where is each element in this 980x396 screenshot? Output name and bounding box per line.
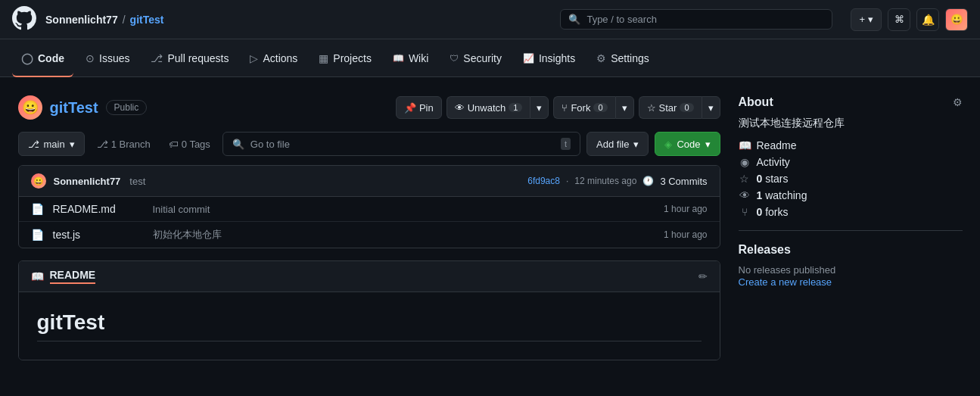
- unwatch-count: 1: [509, 103, 522, 112]
- branch-selector[interactable]: ⎇ main ▾: [18, 132, 85, 156]
- go-to-file[interactable]: 🔍 Go to file t: [222, 132, 580, 156]
- stars-stat-icon: ☆: [739, 173, 751, 185]
- wiki-nav-label: Wiki: [409, 52, 428, 64]
- tags-count-text: 0 Tags: [182, 139, 210, 150]
- unwatch-button[interactable]: 👁 Unwatch 1: [446, 96, 530, 119]
- commit-time: 12 minutes ago: [574, 176, 636, 186]
- pin-button[interactable]: 📌 Pin: [396, 96, 442, 119]
- file-time-readme: 1 hour ago: [664, 204, 707, 214]
- actions-nav-label: Actions: [263, 52, 297, 64]
- activity-stat-icon: ◉: [739, 156, 751, 168]
- code-nav-icon: ◯: [21, 52, 33, 64]
- unwatch-dropdown[interactable]: ▾: [530, 96, 549, 119]
- nav-actions[interactable]: ▷ Actions: [241, 40, 306, 77]
- file-icon-readme: 📄: [31, 203, 44, 215]
- releases-title: Releases: [739, 243, 963, 257]
- pr-nav-label: Pull requests: [167, 52, 229, 64]
- commit-author[interactable]: Sonnenlicht77: [54, 176, 121, 187]
- pr-nav-icon: ⎇: [151, 52, 163, 64]
- github-logo[interactable]: [12, 6, 36, 33]
- branch-dropdown-icon: ▾: [70, 139, 75, 150]
- history-icon: 🕐: [642, 176, 654, 186]
- nav-code[interactable]: ◯ Code: [12, 40, 73, 77]
- code-button[interactable]: ◈ Code ▾: [655, 132, 720, 156]
- fork-group: ⑂ Fork 0 ▾: [553, 96, 633, 119]
- user-avatar: 😀: [950, 14, 963, 25]
- commit-message: test: [129, 176, 145, 187]
- commits-link[interactable]: 3 Commits: [660, 176, 707, 187]
- stars-stat[interactable]: ☆ 0 stars: [739, 173, 963, 185]
- projects-nav-label: Projects: [333, 52, 372, 64]
- forks-stat[interactable]: ⑂ 0 forks: [739, 206, 963, 218]
- nav-security[interactable]: 🛡 Security: [440, 40, 511, 77]
- readme-title: README: [50, 269, 96, 284]
- nav-issues[interactable]: ⊙ Issues: [76, 40, 138, 77]
- readme-stat[interactable]: 📖 Readme: [739, 139, 963, 151]
- readme-edit-button[interactable]: ✏: [698, 270, 708, 282]
- nav-settings[interactable]: ⚙ Settings: [587, 40, 658, 77]
- fork-button[interactable]: ⑂ Fork 0: [553, 96, 614, 119]
- insights-nav-icon: 📈: [523, 53, 534, 64]
- nav-insights[interactable]: 📈 Insights: [514, 40, 584, 77]
- terminal-button[interactable]: ⌘: [888, 8, 910, 31]
- file-name-testjs[interactable]: test.js: [53, 229, 144, 241]
- nav-projects[interactable]: ▦ Projects: [310, 40, 381, 77]
- new-button[interactable]: + ▾: [851, 8, 882, 31]
- watching-stat-icon: 👁: [739, 189, 751, 201]
- commit-separator: ·: [566, 176, 568, 186]
- notification-button[interactable]: 🔔: [916, 8, 939, 31]
- search-placeholder: Type / to search: [586, 14, 657, 25]
- fork-dropdown[interactable]: ▾: [615, 96, 634, 119]
- tag-icon: 🏷: [169, 139, 179, 150]
- commit-header: 😀 Sonnenlicht77 test 6fd9ac8 · 12 minute…: [19, 166, 720, 197]
- about-header: About ⚙: [739, 95, 963, 109]
- nav-wiki[interactable]: 📖 Wiki: [384, 40, 437, 77]
- breadcrumb-sep: /: [123, 14, 126, 26]
- security-nav-label: Security: [463, 52, 502, 64]
- commit-meta: 6fd9ac8 · 12 minutes ago 🕐 3 Commits: [527, 176, 707, 187]
- about-settings-icon[interactable]: ⚙: [953, 96, 963, 108]
- star-dropdown[interactable]: ▾: [702, 96, 720, 119]
- add-file-arrow: ▾: [633, 139, 639, 150]
- repo-header: 😀 gitTest Public 📌 Pin 👁 Unwatch 1: [18, 95, 720, 120]
- about-title: About: [739, 95, 773, 109]
- commits-count: 3 Commits: [660, 176, 707, 187]
- readme-book-icon: 📖: [31, 270, 44, 282]
- commit-hash[interactable]: 6fd9ac8: [527, 176, 560, 186]
- readme-content: gitTest: [19, 292, 720, 360]
- visibility-badge: Public: [106, 100, 148, 115]
- chevron-down-icon: ▾: [537, 102, 542, 114]
- add-file-button[interactable]: Add file ▾: [586, 132, 649, 156]
- actions-nav-icon: ▷: [250, 52, 258, 64]
- repo-title[interactable]: gitTest: [50, 99, 98, 117]
- forks-stat-label: 0 forks: [757, 206, 789, 218]
- fork-count: 0: [593, 103, 607, 112]
- file-commit-testjs: 初始化本地仓库: [153, 228, 655, 242]
- fork-chevron-icon: ▾: [622, 102, 627, 114]
- file-toolbar: ⎇ main ▾ ⎇ 1 Branch 🏷 0 Tags 🔍 G: [18, 132, 720, 156]
- star-button[interactable]: ☆ Star 0: [639, 96, 702, 119]
- bell-icon: 🔔: [922, 14, 935, 26]
- wiki-nav-icon: 📖: [393, 53, 404, 64]
- watching-stat[interactable]: 👁 1 watching: [739, 189, 963, 201]
- tags-count-link[interactable]: 🏷 0 Tags: [163, 135, 216, 154]
- terminal-icon: ⌘: [894, 14, 904, 25]
- insights-nav-label: Insights: [539, 52, 575, 64]
- search-bar[interactable]: 🔍 Type / to search: [560, 9, 832, 30]
- avatar-button[interactable]: 😀: [945, 8, 968, 31]
- main-content: 😀 gitTest Public 📌 Pin 👁 Unwatch 1: [6, 77, 975, 379]
- repo-link[interactable]: gitTest: [130, 14, 164, 26]
- branch-count-link[interactable]: ⎇ 1 Branch: [91, 135, 157, 154]
- repo-action-buttons: 📌 Pin 👁 Unwatch 1 ▾: [396, 96, 720, 119]
- code-nav-label: Code: [38, 52, 64, 64]
- nav-pull-requests[interactable]: ⎇ Pull requests: [142, 40, 238, 77]
- activity-stat[interactable]: ◉ Activity: [739, 156, 963, 168]
- releases-section: Releases No releases published Create a …: [739, 243, 963, 288]
- file-table: 😀 Sonnenlicht77 test 6fd9ac8 · 12 minute…: [18, 165, 720, 248]
- projects-nav-icon: ▦: [319, 52, 328, 64]
- create-release-link[interactable]: Create a new release: [739, 276, 832, 288]
- file-name-readme[interactable]: README.md: [53, 203, 144, 215]
- owner-link[interactable]: Sonnenlicht77: [45, 14, 118, 26]
- readme-heading: gitTest: [37, 310, 702, 341]
- pin-label: Pin: [419, 102, 434, 114]
